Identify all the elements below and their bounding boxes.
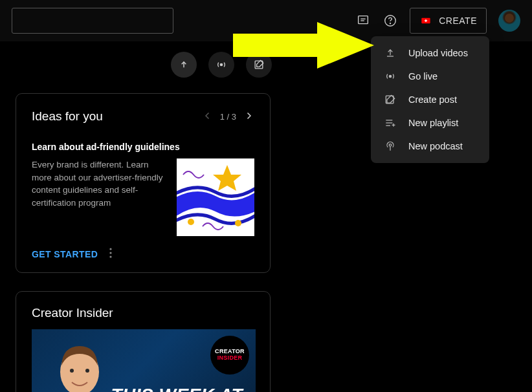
ideas-actions: GET STARTED (32, 248, 254, 261)
menu-new-playlist[interactable]: New playlist (371, 111, 489, 135)
idea-tip-desc: Every brand is different. Learn more abo… (32, 158, 168, 236)
svg-point-21 (188, 219, 194, 225)
idea-thumbnail (177, 158, 254, 236)
menu-item-label: New playlist (408, 118, 458, 128)
svg-point-8 (389, 75, 391, 77)
svg-point-4 (390, 23, 391, 24)
get-started-button[interactable]: GET STARTED (32, 249, 98, 259)
svg-point-17 (220, 63, 222, 65)
avatar[interactable] (498, 10, 520, 32)
svg-point-25 (110, 256, 112, 257)
creator-insider-title: Creator Insider (32, 306, 254, 320)
insider-face (41, 333, 118, 392)
prev-icon[interactable] (202, 110, 214, 124)
menu-new-podcast[interactable]: New podcast (371, 135, 489, 158)
menu-item-label: Go live (408, 71, 438, 82)
create-button[interactable]: CREATE (410, 8, 487, 34)
creator-insider-thumbnail[interactable]: CREATOR INSIDER THIS WEEK AT (32, 329, 256, 392)
svg-point-24 (110, 252, 112, 254)
menu-item-label: Create post (408, 94, 457, 105)
creator-insider-card: Creator Insider CREATOR INSIDER THIS WEE… (16, 291, 271, 392)
create-button-label: CREATE (439, 16, 477, 26)
insider-badge: CREATOR INSIDER (210, 336, 249, 375)
upload-quick-icon[interactable] (171, 52, 197, 78)
help-icon[interactable] (382, 13, 398, 28)
next-icon[interactable] (243, 110, 254, 124)
badge-line2: INSIDER (217, 355, 243, 362)
post-icon (384, 93, 397, 106)
live-quick-icon[interactable] (208, 52, 234, 78)
svg-point-22 (235, 220, 241, 226)
menu-item-label: New podcast (408, 141, 463, 151)
svg-point-28 (85, 369, 89, 373)
svg-point-27 (70, 369, 74, 373)
menu-item-label: Upload videos (408, 48, 468, 58)
arrow-annotation (233, 19, 375, 71)
create-plus-icon (419, 14, 432, 27)
idea-tip-title: Learn about ad-friendly guidelines (32, 142, 254, 152)
topbar-actions: CREATE (355, 8, 520, 34)
svg-point-23 (110, 248, 112, 250)
live-icon (384, 70, 397, 83)
ideas-pager: 1 / 3 (202, 110, 254, 124)
menu-upload-videos[interactable]: Upload videos (371, 41, 489, 65)
playlist-icon (384, 116, 397, 129)
ideas-header: Ideas for you 1 / 3 (32, 109, 254, 124)
menu-create-post[interactable]: Create post (371, 88, 489, 111)
kebab-icon[interactable] (109, 248, 112, 261)
pager-text: 1 / 3 (220, 112, 236, 122)
menu-go-live[interactable]: Go live (371, 65, 489, 88)
podcast-icon (384, 140, 397, 153)
insider-headline: THIS WEEK AT (111, 385, 243, 392)
svg-marker-16 (233, 22, 374, 69)
create-menu: Upload videos Go live Create post (371, 36, 489, 163)
ideas-title: Ideas for you (32, 109, 103, 124)
upload-icon (384, 47, 397, 60)
ideas-card: Ideas for you 1 / 3 Learn about ad-frien… (16, 93, 271, 273)
search-input[interactable] (12, 8, 173, 34)
svg-point-15 (389, 144, 392, 147)
